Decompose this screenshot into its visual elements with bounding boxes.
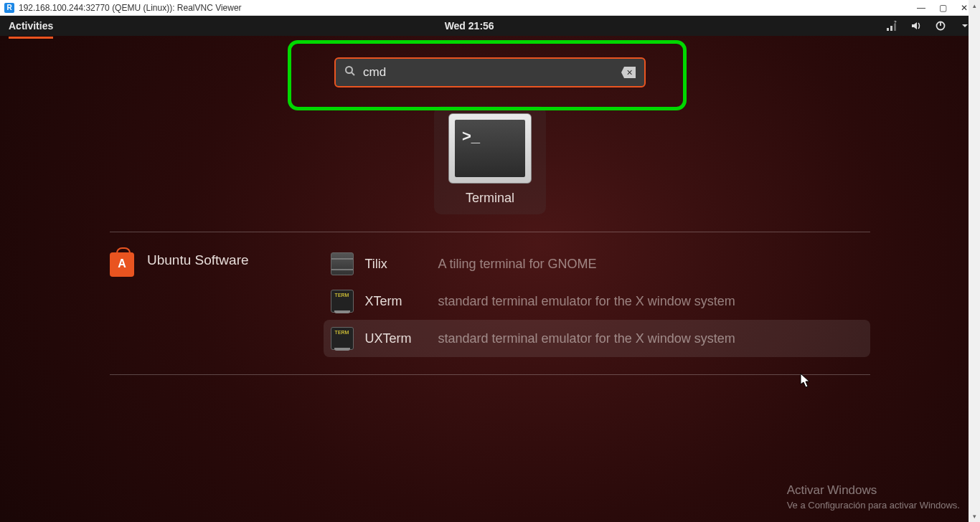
host-titlebar: R 192.168.100.244:32770 (QEMU (Linux)): … [0,0,980,16]
result-terminal[interactable]: >_ Terminal [434,106,546,214]
software-bag-icon [110,252,134,277]
watermark-title: Activar Windows [787,483,960,498]
volume-icon[interactable] [910,19,923,32]
separator [110,232,870,232]
software-row-xterm[interactable]: XTerm standard terminal emulator for the… [324,283,870,320]
svg-rect-2 [894,24,896,31]
software-row-uxterm[interactable]: UXTerm standard terminal emulator for th… [324,320,870,357]
software-row-desc: standard terminal emulator for the X win… [438,331,735,346]
clear-search-icon[interactable]: ✕ [621,67,636,78]
software-row-name: UXTerm [365,331,427,346]
activities-button[interactable]: Activities [9,17,53,34]
watermark-sub: Ve a Configuración para activar Windows. [787,500,960,511]
software-row-desc: A tiling terminal for GNOME [438,257,597,272]
software-source: Ubuntu Software [110,245,249,357]
software-row-name: Tilix [365,257,427,272]
terminal-icon: >_ [448,113,532,184]
separator [110,374,870,375]
tilix-icon [331,252,354,275]
remote-desktop: Activities Wed 21:56 ? [0,16,980,522]
scroll-up-icon[interactable]: ▴ [973,2,976,9]
close-button[interactable]: ✕ [960,3,969,13]
minimize-button[interactable]: — [917,3,925,13]
activities-overview: ✕ >_ Terminal Ubuntu Software Tilix A ti… [0,36,980,522]
software-source-label: Ubuntu Software [147,252,249,268]
svg-line-7 [352,72,354,75]
svg-point-6 [346,67,352,73]
clock[interactable]: Wed 21:56 [53,20,885,32]
xterm-icon [331,290,354,313]
software-row-name: XTerm [365,294,427,309]
network-icon[interactable]: ? [885,19,898,32]
windows-watermark: Activar Windows Ve a Configuración para … [787,483,960,511]
software-row-desc: standard terminal emulator for the X win… [438,294,735,309]
window-controls: — ▢ ✕ [917,3,976,13]
power-icon[interactable] [934,19,947,32]
software-row-tilix[interactable]: Tilix A tiling terminal for GNOME [324,245,870,283]
search-input[interactable] [363,65,614,80]
software-section: Ubuntu Software Tilix A tiling terminal … [110,245,870,357]
svg-rect-1 [890,26,892,31]
search-box[interactable]: ✕ [334,57,646,87]
scroll-down-icon[interactable]: ▾ [973,513,976,520]
result-terminal-label: Terminal [434,191,546,206]
search-icon [344,65,356,80]
maximize-button[interactable]: ▢ [938,3,947,13]
gnome-topbar: Activities Wed 21:56 ? [0,16,980,36]
svg-text:?: ? [894,20,897,24]
svg-rect-0 [887,28,889,31]
host-scrollbar[interactable]: ▴ ▾ [969,0,980,522]
uxterm-icon [331,327,354,350]
vnc-app-icon: R [4,3,14,13]
window-title: 192.168.100.244:32770 (QEMU (Linux)): Re… [19,3,917,13]
